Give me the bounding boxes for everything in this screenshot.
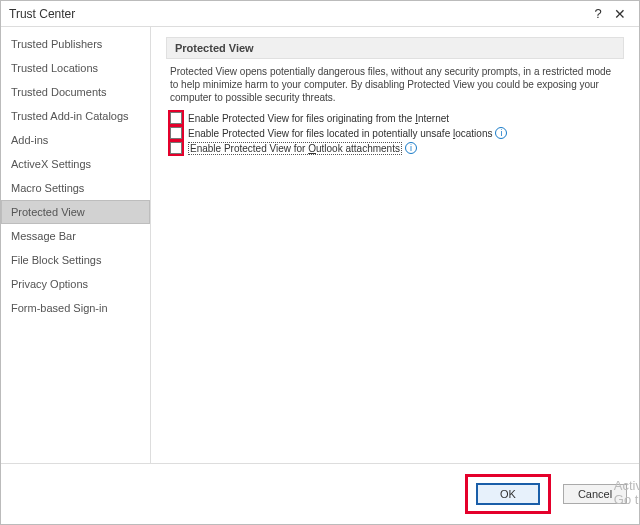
ok-highlight: OK [465, 474, 551, 514]
info-icon[interactable]: i [405, 142, 417, 154]
dialog-title: Trust Center [9, 7, 587, 21]
option-row-outlook-attachments: Enable Protected View for Outlook attach… [170, 142, 620, 154]
sidebar-item-message-bar[interactable]: Message Bar [1, 224, 150, 248]
trust-center-dialog: Trust Center ? ✕ Trusted Publishers Trus… [0, 0, 640, 525]
cancel-button[interactable]: Cancel [563, 484, 627, 504]
sidebar-item-addins[interactable]: Add-ins [1, 128, 150, 152]
sidebar: Trusted Publishers Trusted Locations Tru… [1, 27, 151, 463]
option-row-unsafe-locations: Enable Protected View for files located … [170, 127, 620, 139]
option-label-outlook-attachments[interactable]: Enable Protected View for Outlook attach… [188, 143, 402, 154]
sidebar-item-trusted-publishers[interactable]: Trusted Publishers [1, 32, 150, 56]
sidebar-item-macro-settings[interactable]: Macro Settings [1, 176, 150, 200]
checkbox-outlook-attachments[interactable] [170, 142, 182, 154]
sidebar-item-file-block-settings[interactable]: File Block Settings [1, 248, 150, 272]
option-row-internet: Enable Protected View for files originat… [170, 112, 620, 124]
sidebar-item-activex-settings[interactable]: ActiveX Settings [1, 152, 150, 176]
sidebar-item-form-based-signin[interactable]: Form-based Sign-in [1, 296, 150, 320]
main-panel: Protected View Protected View opens pote… [151, 27, 639, 463]
titlebar: Trust Center ? ✕ [1, 1, 639, 27]
ok-button[interactable]: OK [476, 483, 540, 505]
checkbox-unsafe-locations[interactable] [170, 127, 182, 139]
sidebar-item-protected-view[interactable]: Protected View [1, 200, 150, 224]
help-icon[interactable]: ? [587, 6, 609, 21]
option-label-internet[interactable]: Enable Protected View for files originat… [188, 113, 449, 124]
sidebar-item-trusted-documents[interactable]: Trusted Documents [1, 80, 150, 104]
sidebar-item-privacy-options[interactable]: Privacy Options [1, 272, 150, 296]
dialog-body: Trusted Publishers Trusted Locations Tru… [1, 27, 639, 463]
info-icon[interactable]: i [495, 127, 507, 139]
dialog-footer: OK Cancel [1, 463, 639, 524]
option-label-unsafe-locations[interactable]: Enable Protected View for files located … [188, 128, 492, 139]
close-icon[interactable]: ✕ [609, 6, 631, 22]
group-header-protected-view: Protected View [166, 37, 624, 59]
sidebar-item-trusted-addin-catalogs[interactable]: Trusted Add-in Catalogs [1, 104, 150, 128]
sidebar-item-trusted-locations[interactable]: Trusted Locations [1, 56, 150, 80]
checkbox-internet[interactable] [170, 112, 182, 124]
protected-view-description: Protected View opens potentially dangero… [170, 65, 620, 104]
